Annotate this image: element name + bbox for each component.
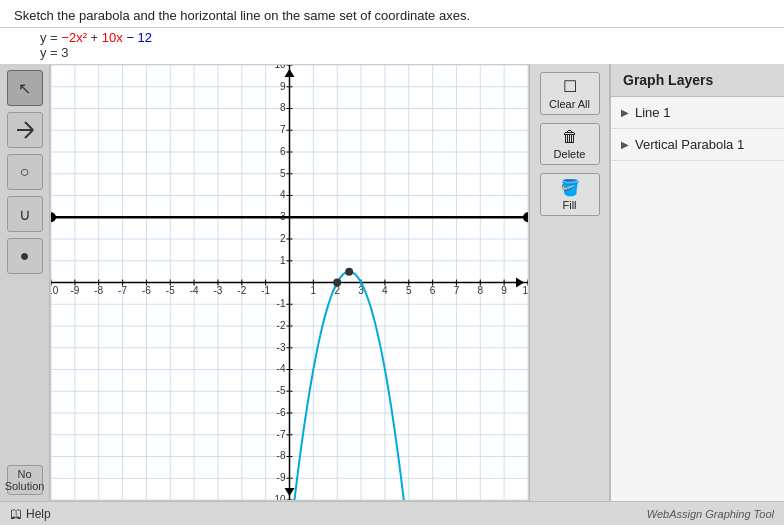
- move-tool-button[interactable]: [7, 112, 43, 148]
- svg-line-0: [25, 122, 33, 130]
- right-panel: ☐ Clear All 🗑 Delete 🪣 Fill: [529, 64, 609, 501]
- layer-item-line1[interactable]: ▶ Line 1: [611, 97, 784, 129]
- clear-all-icon: ☐: [543, 77, 597, 96]
- delete-icon: 🗑: [543, 128, 597, 146]
- layer-item-parabola1[interactable]: ▶ Vertical Parabola 1: [611, 129, 784, 161]
- equation-line2: y = 3: [40, 45, 770, 60]
- eq-coeff: −2x²: [61, 30, 87, 45]
- clear-all-label: Clear All: [549, 98, 590, 110]
- bottom-bar: 🕮 Help WebAssign Graphing Tool: [0, 501, 784, 525]
- webassign-brand: WebAssign: [647, 508, 702, 520]
- webassign-suffix: Graphing Tool: [705, 508, 774, 520]
- equation-block: y = −2x² + 10x − 12 y = 3: [0, 28, 784, 64]
- left-toolbar: ↖ ○ ∪ ● NoSolution: [0, 64, 50, 501]
- point-tool-button[interactable]: ●: [7, 238, 43, 274]
- layers-header: Graph Layers: [611, 64, 784, 97]
- instruction-area: Sketch the parabola and the horizontal l…: [0, 0, 784, 28]
- fill-button[interactable]: 🪣 Fill: [540, 173, 600, 216]
- graph-canvas: [51, 65, 528, 500]
- layer-label-parabola1: Vertical Parabola 1: [635, 137, 744, 152]
- layer-arrow-line1: ▶: [621, 107, 629, 118]
- layers-panel: Graph Layers ▶ Line 1 ▶ Vertical Parabol…: [609, 64, 784, 501]
- curve-tool-button[interactable]: ∪: [7, 196, 43, 232]
- help-label: Help: [26, 507, 51, 521]
- layer-arrow-parabola1: ▶: [621, 139, 629, 150]
- delete-label: Delete: [554, 148, 586, 160]
- main-container: Sketch the parabola and the horizontal l…: [0, 0, 784, 525]
- fill-label: Fill: [562, 199, 576, 211]
- select-tool-button[interactable]: ↖: [7, 70, 43, 106]
- eq-linear: 10x: [102, 30, 123, 45]
- graph-area[interactable]: [50, 64, 529, 501]
- eq-const: − 12: [126, 30, 152, 45]
- webassign-credit: WebAssign Graphing Tool: [647, 508, 774, 520]
- instruction-text: Sketch the parabola and the horizontal l…: [14, 8, 470, 23]
- help-icon: 🕮: [10, 507, 22, 521]
- circle-tool-button[interactable]: ○: [7, 154, 43, 190]
- layer-label-line1: Line 1: [635, 105, 670, 120]
- equation-line1: y = −2x² + 10x − 12: [40, 30, 770, 45]
- workspace: ↖ ○ ∪ ● NoSolution ☐ Clear All: [0, 64, 784, 501]
- clear-all-button[interactable]: ☐ Clear All: [540, 72, 600, 115]
- move-icon: [15, 120, 35, 140]
- delete-button[interactable]: 🗑 Delete: [540, 123, 600, 165]
- svg-line-1: [25, 130, 33, 138]
- help-link[interactable]: 🕮 Help: [10, 507, 51, 521]
- fill-icon: 🪣: [543, 178, 597, 197]
- no-solution-button[interactable]: NoSolution: [7, 465, 43, 495]
